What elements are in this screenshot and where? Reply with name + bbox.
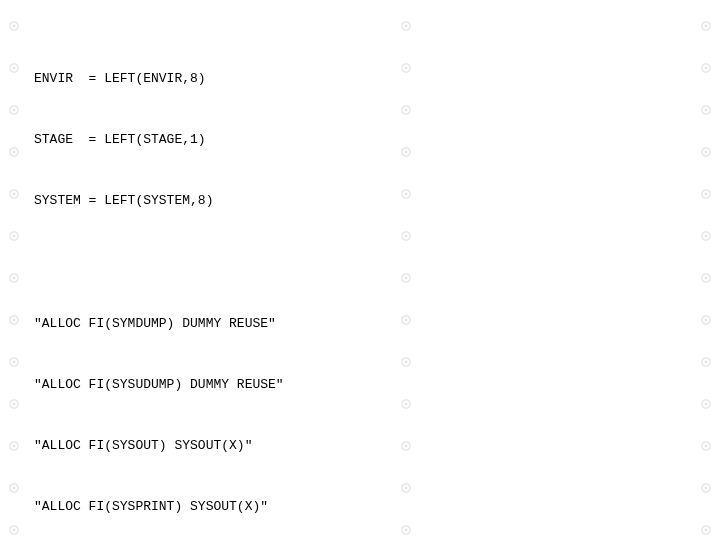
svg-point-8 [10,190,18,198]
watermark-column [8,0,20,540]
svg-point-59 [705,151,708,154]
svg-point-25 [13,529,16,532]
svg-point-61 [705,193,708,196]
svg-point-63 [705,235,708,238]
svg-point-65 [705,277,708,280]
code-line: "ALLOC FI(SYSOUT) SYSOUT(X)" [34,436,686,456]
svg-point-24 [10,526,18,534]
svg-point-2 [10,64,18,72]
watermark-icon [8,230,20,242]
svg-point-57 [705,109,708,112]
watermark-icon [700,146,712,158]
watermark-icon [8,356,20,368]
svg-point-16 [10,358,18,366]
watermark-column [700,0,712,540]
code-line: ENVIR = LEFT(ENVIR,8) [34,69,686,89]
svg-point-19 [13,403,16,406]
svg-point-17 [13,361,16,364]
watermark-icon [8,188,20,200]
svg-point-3 [13,67,16,70]
blank-line [34,252,686,272]
svg-point-6 [10,148,18,156]
code-line: STAGE = LEFT(STAGE,1) [34,130,686,150]
svg-point-22 [10,484,18,492]
svg-point-4 [10,106,18,114]
watermark-icon [700,398,712,410]
code-line: SYSTEM = LEFT(SYSTEM,8) [34,191,686,211]
svg-point-14 [10,316,18,324]
svg-point-11 [13,235,16,238]
watermark-icon [8,398,20,410]
watermark-icon [700,188,712,200]
svg-point-73 [705,445,708,448]
svg-point-66 [702,316,710,324]
svg-point-60 [702,190,710,198]
svg-point-52 [702,22,710,30]
svg-point-15 [13,319,16,322]
watermark-icon [8,272,20,284]
svg-point-62 [702,232,710,240]
watermark-icon [700,356,712,368]
watermark-icon [8,440,20,452]
svg-point-23 [13,487,16,490]
svg-point-71 [705,403,708,406]
svg-point-67 [705,319,708,322]
watermark-icon [8,314,20,326]
svg-point-20 [10,442,18,450]
svg-point-0 [10,22,18,30]
svg-point-56 [702,106,710,114]
watermark-icon [8,146,20,158]
code-page: ENVIR = LEFT(ENVIR,8) STAGE = LEFT(STAGE… [0,0,720,540]
watermark-icon [700,314,712,326]
svg-point-12 [10,274,18,282]
svg-point-55 [705,67,708,70]
svg-point-21 [13,445,16,448]
svg-point-53 [705,25,708,28]
svg-point-7 [13,151,16,154]
svg-point-74 [702,484,710,492]
svg-point-9 [13,193,16,196]
code-line: "ALLOC FI(SYMDUMP) DUMMY REUSE" [34,314,686,334]
watermark-icon [700,272,712,284]
svg-point-72 [702,442,710,450]
svg-point-70 [702,400,710,408]
watermark-icon [700,62,712,74]
svg-point-13 [13,277,16,280]
svg-point-75 [705,487,708,490]
code-block: ENVIR = LEFT(ENVIR,8) STAGE = LEFT(STAGE… [34,28,686,540]
watermark-icon [8,20,20,32]
svg-point-10 [10,232,18,240]
svg-point-68 [702,358,710,366]
svg-point-5 [13,109,16,112]
code-line: "ALLOC FI(SYSPRINT) SYSOUT(X)" [34,497,686,517]
watermark-icon [700,524,712,536]
watermark-icon [8,62,20,74]
svg-point-58 [702,148,710,156]
svg-point-18 [10,400,18,408]
svg-point-54 [702,64,710,72]
watermark-icon [8,482,20,494]
watermark-icon [700,104,712,116]
svg-point-69 [705,361,708,364]
code-line: "ALLOC FI(SYSUDUMP) DUMMY REUSE" [34,375,686,395]
watermark-icon [700,20,712,32]
watermark-icon [8,104,20,116]
svg-point-1 [13,25,16,28]
watermark-icon [700,230,712,242]
svg-point-27 [405,25,408,28]
watermark-icon [700,440,712,452]
svg-point-64 [702,274,710,282]
svg-point-76 [702,526,710,534]
svg-point-77 [705,529,708,532]
watermark-icon [8,524,20,536]
watermark-icon [700,482,712,494]
